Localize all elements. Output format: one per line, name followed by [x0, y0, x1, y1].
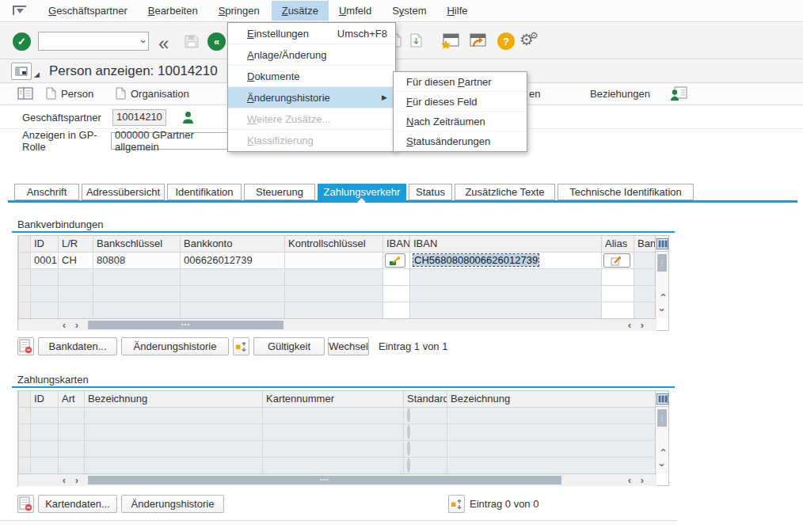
col-alias: Alias [602, 236, 634, 252]
scroll-up-icon[interactable]: › [656, 443, 668, 457]
tab-adressuebersicht[interactable]: Adressübersicht [82, 184, 165, 200]
partner-relationship-icon[interactable] [669, 86, 688, 101]
iban-value[interactable]: CH5680808006626012739 [413, 254, 539, 266]
alias-button[interactable] [603, 253, 630, 268]
menu-item-dokumente[interactable]: Dokumente [228, 66, 395, 87]
submenu-item-statusaenderungen[interactable]: Statusänderungen [394, 131, 527, 151]
hidden-button-fragment[interactable]: en [529, 88, 540, 100]
standard-radio[interactable] [407, 408, 410, 423]
menu-hilfe[interactable]: Hilfe [436, 1, 478, 21]
content-bottom-divider [0, 520, 677, 521]
card-section-underline [12, 386, 675, 388]
select-all-cell[interactable] [19, 236, 31, 252]
menu-item-aenderungshistorie[interactable]: Änderungshistorie ▶ [228, 87, 395, 108]
locator-toggle-button[interactable] [13, 85, 38, 102]
menu-system[interactable]: System [382, 1, 436, 21]
card-table-empty-row[interactable] [19, 407, 656, 424]
menu-zusaetze[interactable]: Zusätze [272, 1, 329, 21]
command-field[interactable]: › [38, 32, 149, 51]
new-session-icon[interactable] [440, 33, 459, 49]
beziehungen-button[interactable]: Beziehungen [590, 88, 650, 100]
card-table-empty-row[interactable] [19, 424, 656, 440]
page-down-icon[interactable] [410, 33, 422, 48]
card-aenderungshistorie-button[interactable]: Änderungshistorie [121, 495, 224, 513]
scroll-right-icon[interactable]: › [70, 319, 83, 331]
tab-technische-identifikation[interactable]: Technische Identifikation [558, 184, 694, 200]
delete-card-row-button[interactable] [17, 495, 34, 513]
card-vertical-scrollbar: ⋮ › › [655, 391, 668, 473]
tab-anschrift[interactable]: Anschrift [14, 184, 79, 200]
scroll-down-icon[interactable]: › [656, 458, 668, 472]
shortcut-icon[interactable] [469, 33, 488, 49]
scroll-left-icon[interactable]: ‹ [623, 319, 636, 331]
person-button[interactable]: Person [41, 85, 98, 102]
menu-item-einstellungen[interactable]: Einstellungen Umsch+F8 [228, 23, 395, 44]
menu-bar: Geschäftspartner Bearbeiten Springen Zus… [0, 0, 803, 22]
tab-zusaetzliche-texte[interactable]: Zusätzliche Texte [455, 184, 555, 200]
row-selector[interactable] [19, 252, 31, 268]
scrollbar-thumb[interactable]: ••• [88, 476, 561, 484]
exit-icon[interactable]: « [207, 32, 226, 51]
scroll-left-icon[interactable]: ‹ [58, 474, 70, 486]
scroll-up-icon[interactable]: › [656, 288, 668, 302]
gueltigkeit-button[interactable]: Gültigkeit [253, 337, 325, 355]
delete-bank-row-button[interactable] [17, 337, 34, 355]
save-icon[interactable] [184, 33, 200, 49]
standard-radio[interactable] [407, 458, 410, 473]
person-button-label: Person [61, 88, 93, 100]
table-settings-icon[interactable] [656, 236, 668, 252]
bank-aenderungshistorie-button[interactable]: Änderungshistorie [121, 337, 229, 355]
entries-scroll-icon[interactable] [448, 495, 465, 513]
scrollbar-thumb[interactable]: ••• [88, 321, 284, 329]
submenu-item-nach-zeitraeumen: Nach Zeiträumen [394, 112, 527, 131]
bankdaten-button[interactable]: Bankdaten... [38, 337, 117, 355]
organisation-button[interactable]: Organisation [111, 85, 194, 102]
tab-identifikation[interactable]: Identifikation [167, 184, 242, 200]
col-bezeichnung2: Bezeichnung [447, 391, 656, 407]
bank-table-empty-row[interactable] [19, 302, 656, 318]
bank-table-empty-row[interactable] [19, 285, 656, 302]
scroll-right-icon[interactable]: › [636, 474, 649, 486]
scroll-right-icon[interactable]: › [70, 474, 83, 486]
scroll-left-icon[interactable]: ‹ [623, 474, 636, 486]
card-table-empty-row[interactable] [19, 457, 656, 473]
scrollbar-thumb[interactable]: ⋮ [657, 254, 667, 272]
aenderungshistorie-submenu: Für diesen Partner Für dieses Feld Nach … [393, 71, 527, 152]
standard-radio[interactable] [407, 424, 410, 439]
submenu-item-fuer-diesen-partner[interactable]: Für diesen Partner [394, 72, 527, 92]
standard-radio[interactable] [407, 441, 410, 456]
enter-icon[interactable]: ✓ [13, 32, 31, 51]
menu-item-label: Klassifizierung [247, 135, 314, 146]
menu-bearbeiten[interactable]: Bearbeiten [138, 1, 208, 21]
scrollbar-thumb[interactable]: ⋮ [657, 409, 667, 427]
iban-detail-button[interactable] [385, 253, 405, 268]
entries-scroll-icon[interactable] [233, 337, 249, 355]
scroll-down-icon[interactable]: › [656, 303, 668, 317]
bank-table-row[interactable]: 0001 CH 80808 006626012739 CH56808080066… [19, 252, 656, 268]
continue-icon[interactable] [13, 6, 27, 16]
menu-springen[interactable]: Springen [208, 1, 270, 21]
menu-umfeld[interactable]: Umfeld [329, 1, 382, 21]
menu-geschaeftspartner[interactable]: Geschäftspartner [38, 1, 138, 21]
tab-steuerung[interactable]: Steuerung [244, 184, 315, 200]
table-settings-icon[interactable] [656, 391, 668, 407]
card-table-empty-row[interactable] [19, 440, 656, 457]
kartendaten-button[interactable]: Kartendaten... [38, 495, 117, 513]
tab-status[interactable]: Status [409, 184, 452, 200]
scroll-right-icon[interactable]: › [636, 319, 649, 331]
bank-table-empty-row[interactable] [19, 268, 656, 285]
role-combobox[interactable]: 000000 GPartner allgemein › [111, 132, 244, 150]
partner-input[interactable]: 10014210 [112, 109, 166, 126]
wechsel-button[interactable]: Wechsel [328, 337, 369, 355]
menu-item-klassifizierung: Klassifizierung [228, 130, 395, 151]
select-all-cell[interactable] [19, 391, 31, 407]
scroll-left-icon[interactable]: ‹ [58, 319, 70, 331]
layout-dropdown-icon[interactable]: ◢ [34, 70, 40, 78]
menu-item-anlage-aenderung[interactable]: Anlage/Änderung [228, 44, 395, 66]
customize-icon[interactable]: ⚙⚙ [519, 30, 539, 49]
layout-menu-button[interactable] [11, 63, 32, 80]
help-icon[interactable]: ? [497, 32, 515, 50]
submenu-item-fuer-dieses-feld[interactable]: Für dieses Feld [394, 92, 527, 112]
back-icon[interactable]: « [158, 36, 169, 51]
gear-small-icon: ⚙ [530, 30, 539, 41]
